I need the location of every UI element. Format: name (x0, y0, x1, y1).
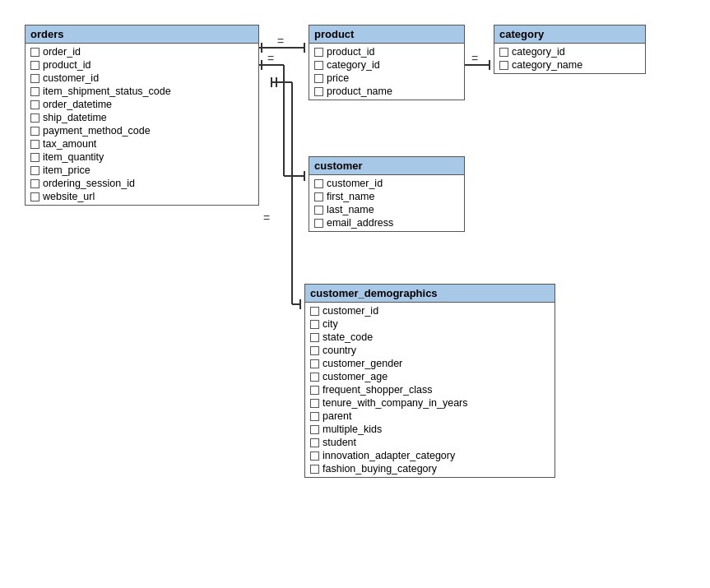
table-row: parent (305, 410, 555, 423)
field-checkbox-icon (310, 346, 319, 355)
table-orders-header: orders (26, 25, 258, 44)
table-row: customer_id (305, 304, 555, 317)
field-checkbox-icon (30, 192, 39, 201)
field-checkbox-icon (30, 100, 39, 109)
table-category-body: category_idcategory_name (494, 44, 645, 73)
field-checkbox-icon (30, 48, 39, 57)
field-name-label: ordering_session_id (43, 178, 135, 189)
field-name-label: customer_age (323, 371, 387, 382)
table-row: order_datetime (26, 98, 258, 111)
field-checkbox-icon (314, 87, 323, 96)
field-checkbox-icon (310, 425, 319, 434)
field-name-label: website_url (43, 191, 95, 202)
field-name-label: category_id (512, 46, 565, 58)
table-row: product_id (309, 45, 464, 58)
field-checkbox-icon (310, 333, 319, 342)
table-row: frequent_shopper_class (305, 383, 555, 396)
field-checkbox-icon (310, 438, 319, 447)
field-name-label: innovation_adapter_category (323, 450, 455, 461)
field-checkbox-icon (30, 179, 39, 188)
table-orders-body: order_idproduct_idcustomer_iditem_shipme… (26, 44, 258, 205)
field-name-label: customer_id (323, 305, 378, 317)
field-name-label: fashion_buying_category (323, 463, 437, 475)
table-row: customer_age (305, 370, 555, 383)
field-name-label: item_price (43, 164, 90, 176)
table-row: price (309, 72, 464, 85)
field-checkbox-icon (30, 61, 39, 70)
table-row: product_id (26, 58, 258, 72)
field-name-label: student (323, 437, 356, 448)
field-checkbox-icon (310, 307, 319, 316)
field-name-label: category_name (512, 59, 582, 71)
table-row: product_name (309, 85, 464, 98)
field-name-label: product_id (43, 59, 90, 71)
field-checkbox-icon (499, 61, 508, 70)
table-row: first_name (309, 190, 464, 203)
table-product-header: product (309, 25, 464, 44)
field-name-label: product_name (327, 86, 392, 97)
field-checkbox-icon (314, 192, 323, 201)
field-name-label: country (323, 345, 356, 356)
table-row: item_price (26, 164, 258, 177)
field-name-label: tenure_with_company_in_years (323, 397, 468, 409)
field-name-label: city (323, 318, 338, 330)
field-name-label: email_address (327, 217, 393, 229)
table-row: city (305, 317, 555, 331)
field-checkbox-icon (310, 451, 319, 461)
table-row: website_url (26, 190, 258, 203)
field-checkbox-icon (30, 127, 39, 136)
table-row: category_id (494, 45, 645, 58)
table-row: ship_datetime (26, 111, 258, 124)
table-category-header: category (494, 25, 645, 44)
field-checkbox-icon (314, 48, 323, 57)
table-row: ordering_session_id (26, 177, 258, 190)
table-row: fashion_buying_category (305, 462, 555, 475)
table-customer-demographics-body: customer_idcitystate_codecountrycustomer… (305, 303, 555, 477)
field-checkbox-icon (30, 153, 39, 162)
svg-text:=: = (471, 52, 478, 65)
field-checkbox-icon (310, 412, 319, 421)
field-name-label: state_code (323, 331, 373, 343)
field-checkbox-icon (30, 140, 39, 149)
table-row: tax_amount (26, 137, 258, 150)
table-row: customer_gender (305, 357, 555, 370)
table-row: item_quantity (26, 150, 258, 164)
table-category: category category_idcategory_name (494, 25, 646, 74)
field-checkbox-icon (314, 61, 323, 70)
table-row: category_name (494, 58, 645, 72)
field-name-label: frequent_shopper_class (323, 384, 432, 396)
svg-text:=: = (267, 52, 274, 65)
svg-text:=: = (277, 35, 284, 48)
table-customer: customer customer_idfirst_namelast_namee… (309, 156, 465, 232)
table-row: customer_id (309, 177, 464, 190)
field-checkbox-icon (30, 87, 39, 96)
table-row: item_shipment_status_code (26, 85, 258, 98)
field-checkbox-icon (310, 373, 319, 382)
field-name-label: payment_method_code (43, 125, 151, 137)
table-row: email_address (309, 216, 464, 229)
table-row: category_id (309, 58, 464, 72)
field-checkbox-icon (310, 465, 319, 474)
field-checkbox-icon (310, 399, 319, 408)
field-name-label: customer_id (327, 178, 383, 189)
field-checkbox-icon (314, 219, 323, 228)
table-row: order_id (26, 45, 258, 58)
field-checkbox-icon (30, 74, 39, 83)
table-row: payment_method_code (26, 124, 258, 137)
table-product-body: product_idcategory_idpriceproduct_name (309, 44, 464, 100)
table-customer-body: customer_idfirst_namelast_nameemail_addr… (309, 175, 464, 231)
field-name-label: customer_gender (323, 358, 402, 369)
table-orders: orders order_idproduct_idcustomer_iditem… (25, 25, 259, 206)
field-name-label: category_id (327, 59, 380, 71)
field-name-label: order_id (43, 46, 81, 58)
field-name-label: last_name (327, 204, 374, 215)
table-customer-demographics: customer_demographics customer_idcitysta… (304, 284, 555, 478)
table-row: multiple_kids (305, 423, 555, 436)
table-customer-demographics-header: customer_demographics (305, 285, 555, 303)
field-checkbox-icon (499, 48, 508, 57)
table-row: country (305, 344, 555, 357)
field-checkbox-icon (314, 179, 323, 188)
field-name-label: customer_id (43, 72, 99, 84)
field-name-label: item_quantity (43, 151, 104, 163)
table-row: state_code (305, 331, 555, 344)
